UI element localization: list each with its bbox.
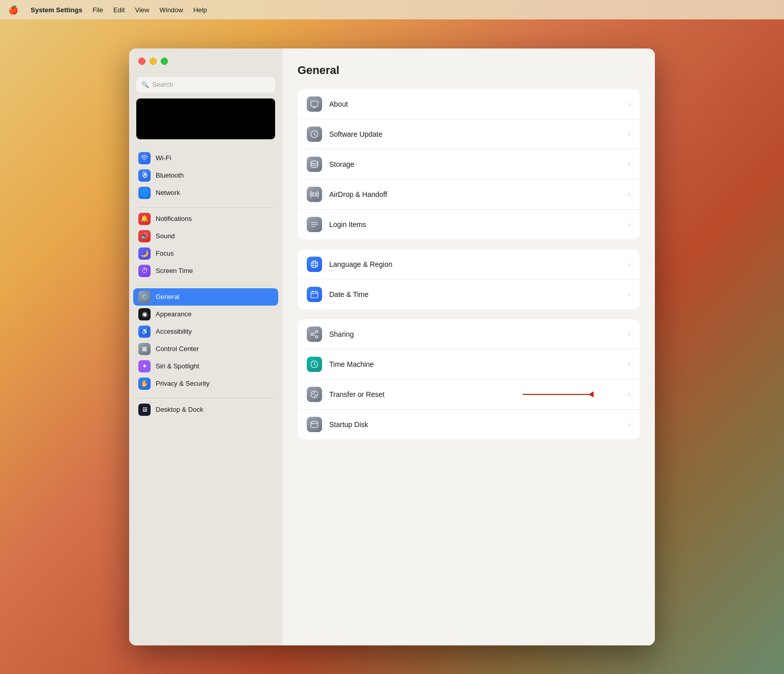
settings-row-sharing[interactable]: Sharing › bbox=[298, 319, 640, 350]
screentime-label: Screen Time bbox=[156, 267, 193, 274]
sidebar-item-network[interactable]: 🌐 Network bbox=[133, 184, 278, 202]
startup-chevron: › bbox=[628, 420, 630, 428]
general-icon: ⚙️ bbox=[138, 291, 151, 303]
transfer-icon bbox=[307, 387, 322, 402]
accessibility-label: Accessibility bbox=[156, 328, 192, 335]
settings-row-software-update[interactable]: Software Update › bbox=[298, 119, 640, 149]
storage-label: Storage bbox=[329, 160, 628, 168]
login-items-chevron: › bbox=[628, 220, 630, 228]
login-items-label: Login Items bbox=[329, 220, 628, 229]
svg-point-3 bbox=[311, 161, 318, 163]
sidebar-item-notifications[interactable]: 🔔 Notifications bbox=[133, 210, 278, 228]
privacy-label: Privacy & Security bbox=[156, 380, 209, 387]
svg-rect-0 bbox=[311, 101, 318, 107]
sidebar-section-general: ⚙️ General ◉ Appearance ♿ Accessibility bbox=[133, 288, 278, 392]
desktop-label: Desktop & Dock bbox=[156, 406, 203, 413]
sidebar-item-screentime[interactable]: ⏱ Screen Time bbox=[133, 262, 278, 280]
sidebar-item-privacy[interactable]: ✋ Privacy & Security bbox=[133, 375, 278, 392]
search-icon: 🔍 bbox=[141, 81, 149, 88]
settings-row-about[interactable]: About › bbox=[298, 89, 640, 119]
user-profile-box[interactable] bbox=[136, 98, 275, 139]
sharing-icon bbox=[307, 327, 322, 342]
bluetooth-label: Bluetooth bbox=[156, 171, 184, 179]
close-button[interactable] bbox=[138, 58, 145, 65]
settings-row-startup[interactable]: Startup Disk › bbox=[298, 410, 640, 439]
app-name: System Settings bbox=[31, 6, 82, 14]
startup-icon bbox=[307, 417, 322, 432]
focus-label: Focus bbox=[156, 249, 174, 257]
sharing-chevron: › bbox=[628, 330, 630, 338]
svg-point-18 bbox=[311, 421, 318, 424]
datetime-chevron: › bbox=[628, 290, 630, 298]
notifications-label: Notifications bbox=[156, 215, 192, 222]
arrow-head bbox=[589, 391, 594, 397]
storage-chevron: › bbox=[628, 160, 630, 168]
sidebar-item-siri[interactable]: ✦ Siri & Spotlight bbox=[133, 358, 278, 375]
menu-file[interactable]: File bbox=[92, 6, 103, 14]
timemachine-chevron: › bbox=[628, 360, 630, 368]
privacy-icon: ✋ bbox=[138, 378, 151, 390]
airdrop-chevron: › bbox=[628, 190, 630, 198]
sidebar-item-controlcenter[interactable]: ▦ Control Center bbox=[133, 340, 278, 358]
desktop-icon: 🖥 bbox=[138, 404, 151, 416]
controlcenter-label: Control Center bbox=[156, 345, 199, 353]
sidebar-item-general[interactable]: ⚙️ General bbox=[133, 288, 278, 306]
svg-point-9 bbox=[313, 261, 316, 268]
sidebar-item-accessibility[interactable]: ♿ Accessibility bbox=[133, 323, 278, 340]
sidebar-item-desktop[interactable]: 🖥 Desktop & Dock bbox=[133, 401, 278, 418]
settings-row-login-items[interactable]: Login Items › bbox=[298, 210, 640, 239]
settings-row-datetime[interactable]: Date & Time › bbox=[298, 280, 640, 309]
accessibility-icon: ♿ bbox=[138, 326, 151, 338]
siri-label: Siri & Spotlight bbox=[156, 362, 199, 370]
sound-label: Sound bbox=[156, 232, 175, 240]
appearance-icon: ◉ bbox=[138, 308, 151, 320]
settings-row-timemachine[interactable]: Time Machine › bbox=[298, 350, 640, 380]
traffic-lights bbox=[138, 58, 168, 65]
sidebar-section-network: Wi-Fi ☃ Bluetooth 🌐 Network bbox=[133, 149, 278, 202]
datetime-label: Date & Time bbox=[329, 290, 628, 298]
menu-help[interactable]: Help bbox=[193, 6, 207, 14]
menu-edit[interactable]: Edit bbox=[113, 6, 125, 14]
divider-3 bbox=[138, 398, 273, 398]
divider-1 bbox=[138, 207, 273, 208]
timemachine-icon bbox=[307, 357, 322, 372]
sharing-label: Sharing bbox=[329, 330, 628, 338]
sound-icon: 🔊 bbox=[138, 230, 151, 242]
language-label: Language & Region bbox=[329, 260, 628, 268]
svg-rect-1 bbox=[312, 107, 316, 108]
language-icon bbox=[307, 257, 322, 272]
focus-icon: 🌙 bbox=[138, 247, 151, 260]
sidebar-section-notifications: 🔔 Notifications 🔊 Sound 🌙 Focus bbox=[133, 210, 278, 280]
settings-row-language[interactable]: Language & Region › bbox=[298, 249, 640, 280]
network-icon: 🌐 bbox=[138, 187, 151, 199]
menu-view[interactable]: View bbox=[135, 6, 150, 14]
menu-window[interactable]: Window bbox=[159, 6, 183, 14]
controlcenter-icon: ▦ bbox=[138, 343, 151, 355]
about-label: About bbox=[329, 100, 628, 108]
sidebar-item-wifi[interactable]: Wi-Fi bbox=[133, 149, 278, 167]
sidebar-item-focus[interactable]: 🌙 Focus bbox=[133, 245, 278, 262]
about-chevron: › bbox=[628, 100, 630, 108]
airdrop-icon bbox=[307, 187, 322, 202]
bluetooth-icon: ☃ bbox=[138, 169, 151, 182]
sidebar-item-appearance[interactable]: ◉ Appearance bbox=[133, 306, 278, 323]
datetime-icon bbox=[307, 287, 322, 302]
svg-point-8 bbox=[311, 261, 318, 268]
sidebar-section-desktop: 🖥 Desktop & Dock bbox=[133, 401, 278, 418]
maximize-button[interactable] bbox=[161, 58, 168, 65]
sidebar-item-bluetooth[interactable]: ☃ Bluetooth bbox=[133, 167, 278, 184]
settings-row-airdrop[interactable]: AirDrop & Handoff › bbox=[298, 180, 640, 210]
sidebar: 🔍 Search Wi-Fi ☃ Bluetooth bbox=[129, 48, 282, 645]
apple-menu[interactable]: 🍎 bbox=[8, 5, 18, 15]
settings-row-transfer[interactable]: Transfer or Reset › bbox=[298, 380, 640, 410]
sidebar-item-sound[interactable]: 🔊 Sound bbox=[133, 228, 278, 245]
settings-row-storage[interactable]: Storage › bbox=[298, 149, 640, 180]
search-container: 🔍 Search bbox=[129, 77, 282, 98]
notifications-icon: 🔔 bbox=[138, 213, 151, 225]
sidebar-items: Wi-Fi ☃ Bluetooth 🌐 Network bbox=[129, 147, 282, 645]
minimize-button[interactable] bbox=[150, 58, 157, 65]
search-box[interactable]: 🔍 Search bbox=[136, 77, 275, 92]
timemachine-label: Time Machine bbox=[329, 360, 628, 368]
search-placeholder: Search bbox=[152, 81, 173, 88]
wifi-icon bbox=[138, 152, 151, 164]
